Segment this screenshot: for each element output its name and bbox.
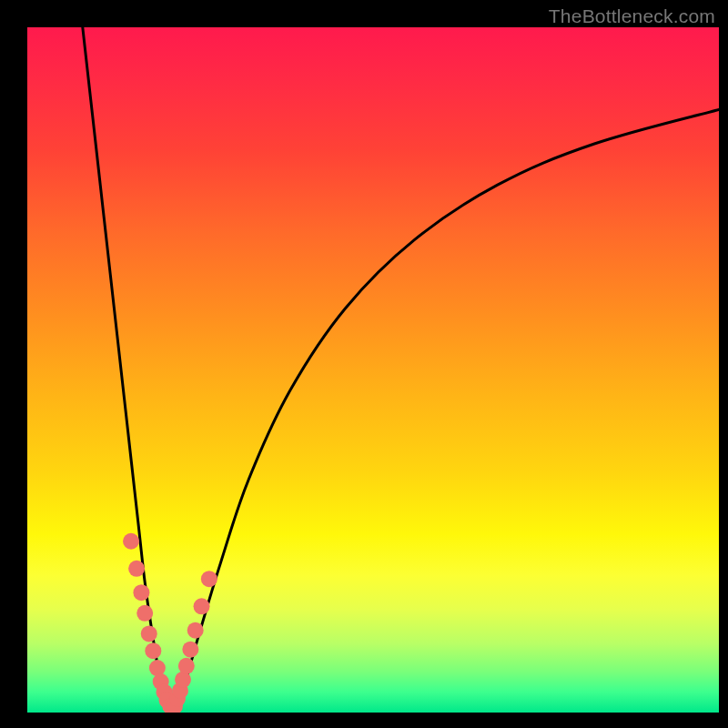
right-markers-point — [201, 571, 217, 587]
left-markers-point — [141, 625, 157, 642]
plot-area — [27, 27, 719, 713]
left-markers-point — [123, 533, 139, 550]
right-markers-point — [175, 672, 191, 688]
left-markers-point — [145, 642, 161, 659]
left-markers-point — [136, 605, 153, 622]
right-curve — [173, 109, 719, 713]
curve-group — [83, 27, 719, 713]
left-markers-point — [128, 561, 145, 577]
chart-svg — [27, 27, 719, 713]
left-curve — [83, 27, 173, 713]
right-markers-point — [194, 598, 210, 614]
right-markers-point — [178, 658, 195, 674]
watermark-text: TheBottleneck.com — [549, 5, 715, 27]
chart-container: TheBottleneck.com — [0, 0, 728, 728]
left-markers-point — [149, 660, 166, 676]
right-markers-point — [187, 622, 204, 639]
right-markers-point — [182, 642, 198, 658]
left-markers-point — [133, 584, 149, 601]
